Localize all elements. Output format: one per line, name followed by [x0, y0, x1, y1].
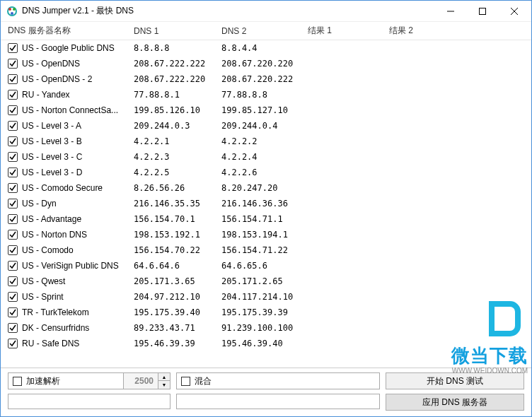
- row-checkbox[interactable]: [8, 323, 18, 333]
- apply-dns-button[interactable]: 应用 DNS 服务器: [386, 394, 524, 411]
- start-test-button[interactable]: 开始 DNS 测试: [386, 372, 524, 389]
- svg-rect-5: [479, 8, 485, 14]
- row-dns1: 8.26.56.26: [134, 183, 221, 193]
- table-row[interactable]: US - Dyn216.146.35.35216.146.36.36: [1, 196, 531, 211]
- action-cell: 开始 DNS 测试 应用 DNS 服务器: [386, 372, 524, 411]
- table-row[interactable]: US - Advantage156.154.70.1156.154.71.1: [1, 211, 531, 227]
- col-dns2[interactable]: DNS 2: [221, 26, 308, 36]
- row-dns2: 199.85.127.10: [221, 105, 308, 115]
- row-checkbox[interactable]: [8, 230, 18, 240]
- row-checkbox[interactable]: [8, 121, 18, 131]
- row-dns1: 208.67.222.220: [134, 74, 221, 84]
- row-name: US - OpenDNS - 2: [22, 74, 134, 84]
- row-name: US - Level 3 - B: [22, 136, 134, 146]
- table-row[interactable]: US - Google Public DNS8.8.8.88.8.4.4: [1, 40, 531, 56]
- row-dns1: 195.175.39.40: [134, 307, 221, 317]
- row-name: US - Norton DNS: [22, 230, 134, 240]
- row-checkbox[interactable]: [8, 339, 18, 348]
- table-row[interactable]: US - Comodo156.154.70.22156.154.71.22: [1, 242, 531, 258]
- row-dns2: 195.175.39.39: [221, 307, 308, 317]
- table-row[interactable]: US - Comodo Secure8.26.56.268.20.247.20: [1, 180, 531, 196]
- maximize-button[interactable]: [466, 1, 498, 21]
- col-result1[interactable]: 结果 1: [308, 25, 389, 37]
- row-checkbox[interactable]: [8, 136, 18, 146]
- row-checkbox[interactable]: [8, 43, 18, 53]
- table-row[interactable]: US - OpenDNS208.67.222.222208.67.220.220: [1, 56, 531, 71]
- row-dns1: 205.171.3.65: [134, 276, 221, 286]
- timeout-value[interactable]: 2500: [124, 373, 158, 389]
- table-row[interactable]: US - OpenDNS - 2208.67.222.220208.67.220…: [1, 71, 531, 87]
- row-dns2: 209.244.0.4: [221, 121, 308, 131]
- row-name: US - Dyn: [22, 199, 134, 208]
- row-name: US - Comodo: [22, 245, 134, 255]
- mix-row: 混合: [176, 372, 380, 389]
- row-name: US - Qwest: [22, 276, 134, 286]
- row-checkbox[interactable]: [8, 183, 18, 193]
- row-checkbox[interactable]: [8, 292, 18, 302]
- table-row[interactable]: RU - Yandex77.88.8.177.88.8.8: [1, 87, 531, 102]
- table-row[interactable]: DK - Censurfridns89.233.43.7191.239.100.…: [1, 320, 531, 336]
- table-row[interactable]: US - VeriSign Public DNS64.6.64.664.6.65…: [1, 258, 531, 274]
- table-row[interactable]: US - Level 3 - D4.2.2.54.2.2.6: [1, 165, 531, 180]
- row-checkbox[interactable]: [8, 105, 18, 115]
- row-dns2: 208.67.220.220: [221, 59, 308, 69]
- row-dns1: 8.8.8.8: [134, 43, 221, 53]
- row-checkbox[interactable]: [8, 307, 18, 317]
- table-row[interactable]: TR - TurkTelekom195.175.39.40195.175.39.…: [1, 305, 531, 320]
- row-checkbox[interactable]: [8, 59, 18, 69]
- row-dns1: 64.6.64.6: [134, 261, 221, 271]
- row-dns1: 209.244.0.3: [134, 121, 221, 131]
- row-dns2: 216.146.36.36: [221, 199, 308, 208]
- accel-checkbox[interactable]: [13, 377, 22, 386]
- row-dns1: 208.67.222.222: [134, 59, 221, 69]
- col-dns1[interactable]: DNS 1: [134, 26, 221, 36]
- main-window: DNS Jumper v2.1 - 最快 DNS DNS 服务器名称 DNS 1…: [0, 0, 532, 417]
- row-name: US - OpenDNS: [22, 59, 134, 69]
- mix-cell: 混合: [176, 372, 380, 411]
- table-row[interactable]: US - Norton DNS198.153.192.1198.153.194.…: [1, 227, 531, 242]
- col-result2[interactable]: 结果 2: [389, 25, 531, 37]
- spin-down[interactable]: ▼: [158, 381, 170, 389]
- accel-input[interactable]: [8, 394, 170, 409]
- row-checkbox[interactable]: [8, 276, 18, 286]
- row-dns1: 204.97.212.10: [134, 292, 221, 302]
- row-name: RU - Yandex: [22, 90, 134, 100]
- bottom-panel: 加速解析 2500 ▲ ▼ 混合 开始 DNS 测试 应用 DNS 服务器: [1, 368, 531, 416]
- row-checkbox[interactable]: [8, 90, 18, 100]
- window-controls: [434, 1, 530, 21]
- table-row[interactable]: US - Level 3 - C4.2.2.34.2.2.4: [1, 149, 531, 165]
- row-checkbox[interactable]: [8, 152, 18, 162]
- table-row[interactable]: US - Level 3 - A209.244.0.3209.244.0.4: [1, 118, 531, 134]
- table-body[interactable]: US - Google Public DNS8.8.8.88.8.4.4US -…: [1, 40, 531, 368]
- row-dns2: 77.88.8.8: [221, 90, 308, 100]
- row-checkbox[interactable]: [8, 214, 18, 224]
- minimize-button[interactable]: [434, 1, 466, 21]
- row-dns2: 4.2.2.6: [221, 168, 308, 177]
- row-dns2: 64.6.65.6: [221, 261, 308, 271]
- row-checkbox[interactable]: [8, 74, 18, 84]
- row-dns2: 195.46.39.40: [221, 339, 308, 348]
- row-checkbox[interactable]: [8, 199, 18, 208]
- table-row[interactable]: US - Sprint204.97.212.10204.117.214.10: [1, 289, 531, 305]
- row-dns1: 198.153.192.1: [134, 230, 221, 240]
- row-name: US - Advantage: [22, 214, 134, 224]
- spin-up[interactable]: ▲: [158, 373, 170, 381]
- row-dns1: 195.46.39.39: [134, 339, 221, 348]
- table-row[interactable]: US - Qwest205.171.3.65205.171.2.65: [1, 274, 531, 289]
- table-row[interactable]: RU - Safe DNS195.46.39.39195.46.39.40: [1, 336, 531, 351]
- col-name[interactable]: DNS 服务器名称: [8, 25, 134, 37]
- table-row[interactable]: US - Norton ConnectSa...199.85.126.10199…: [1, 102, 531, 118]
- row-checkbox[interactable]: [8, 168, 18, 177]
- mix-input[interactable]: [176, 394, 380, 409]
- row-dns1: 77.88.8.1: [134, 90, 221, 100]
- close-button[interactable]: [498, 1, 530, 21]
- mix-checkbox[interactable]: [181, 377, 190, 386]
- row-checkbox[interactable]: [8, 261, 18, 271]
- table-row[interactable]: US - Level 3 - B4.2.2.14.2.2.2: [1, 134, 531, 149]
- row-name: US - Norton ConnectSa...: [22, 105, 134, 115]
- row-dns2: 156.154.71.1: [221, 214, 308, 224]
- accel-row: 加速解析 2500 ▲ ▼: [8, 372, 170, 389]
- row-name: US - Level 3 - A: [22, 121, 134, 131]
- row-dns1: 156.154.70.22: [134, 245, 221, 255]
- row-checkbox[interactable]: [8, 245, 18, 255]
